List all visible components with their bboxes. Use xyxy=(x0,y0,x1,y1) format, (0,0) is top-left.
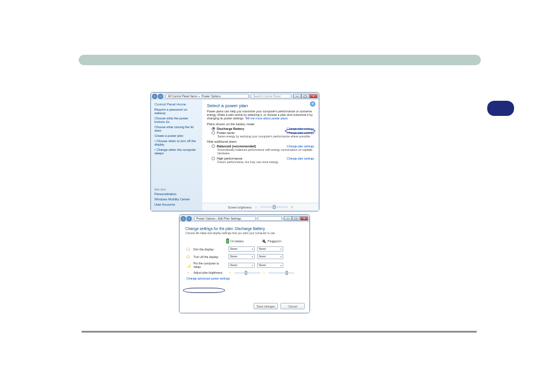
slider-thumb[interactable] xyxy=(286,271,288,275)
intro-link[interactable]: Tell me more about power plans xyxy=(245,116,288,120)
close-button[interactable]: × xyxy=(309,94,318,98)
nav-forward-button[interactable] xyxy=(186,216,192,221)
off-plugged-dropdown[interactable]: Never▾ xyxy=(257,254,283,259)
slider-thumb[interactable] xyxy=(245,271,247,275)
sidebar-link[interactable]: Choose when to turn off the display xyxy=(154,139,199,146)
page-banner xyxy=(79,55,481,65)
plan-desc: Favors performance, but may use more ene… xyxy=(217,161,314,164)
see-also-link[interactable]: Windows Mobility Center xyxy=(154,197,199,201)
setting-row: 🌙 Put the computer to sleep: Never▾ Neve… xyxy=(185,262,304,269)
nav-forward-button[interactable] xyxy=(158,94,163,99)
sleep-icon: 🌙 xyxy=(185,263,191,267)
sidebar-link[interactable]: Change when the computer sleeps xyxy=(154,148,199,155)
hide-plans-label[interactable]: Hide additional plans xyxy=(207,140,314,143)
address-bar[interactable]: All Control Panel Items ▸ Power Options xyxy=(166,94,249,98)
dim-plugged-dropdown[interactable]: Never▾ xyxy=(257,246,283,252)
off-battery-dropdown[interactable]: Never▾ xyxy=(228,254,255,259)
maximize-button[interactable]: ▢ xyxy=(301,94,309,98)
chevron-down-icon: ▾ xyxy=(252,255,253,258)
sun-bright-icon: ☀ xyxy=(290,205,293,209)
plan-radio[interactable] xyxy=(212,157,215,160)
save-button[interactable]: Save changes xyxy=(254,303,278,309)
window-power-options: All Control Panel Items ▸ Power Options … xyxy=(150,92,319,211)
chevron-down-icon: ▾ xyxy=(280,255,281,258)
window-controls: – ▢ × xyxy=(293,94,318,98)
plan-name: Power saver xyxy=(217,131,235,135)
minimize-button[interactable]: – xyxy=(284,216,292,221)
sidebar-link[interactable]: Require a password on wakeup xyxy=(154,108,199,115)
subtitle: Choose the sleep and display settings th… xyxy=(185,232,304,235)
search-input[interactable] xyxy=(258,216,282,221)
page-title: Select a power plan xyxy=(207,103,314,108)
plan-radio[interactable] xyxy=(212,131,215,135)
row-label: Put the computer to sleep: xyxy=(193,262,226,269)
annotation-circle-icon xyxy=(183,288,225,293)
breadcrumb[interactable]: Power Options › Edit Plan Settings xyxy=(196,217,241,220)
plan-desc: Saves energy by reducing your computer's… xyxy=(217,135,314,139)
sidebar: Control Panel Home Require a password on… xyxy=(151,100,202,211)
plan-radio[interactable] xyxy=(212,127,215,130)
sun-icon: ☼ xyxy=(185,271,191,274)
breadcrumb-root[interactable]: All Control Panel Items xyxy=(168,94,198,98)
on-battery-header: On battery xyxy=(226,239,244,243)
main-pane: ? Select a power plan Power plans can he… xyxy=(202,100,319,211)
page-title: Change settings for the plan: Discharge … xyxy=(185,227,304,231)
plan-desc: Automatically balances performance with … xyxy=(217,149,314,155)
brightness-slider[interactable] xyxy=(260,206,288,208)
side-pill xyxy=(487,101,514,116)
row-label: Dim the display: xyxy=(193,248,226,251)
brightness-row: Screen brightness: ☼ ☀ xyxy=(202,203,319,211)
dim-battery-dropdown[interactable]: Never▾ xyxy=(228,246,255,252)
nav-back-button[interactable] xyxy=(152,94,157,99)
sleep-plugged-dropdown[interactable]: Never▾ xyxy=(257,263,283,268)
battery-icon xyxy=(226,239,229,243)
plug-icon: 🔌 xyxy=(261,239,266,243)
plan-radio[interactable] xyxy=(212,144,215,148)
address-bar[interactable]: Power Options › Edit Plan Settings xyxy=(194,216,256,221)
slider-thumb[interactable] xyxy=(273,205,276,209)
breadcrumb-leaf[interactable]: Power Options xyxy=(202,94,221,98)
see-also-link[interactable]: Personalization xyxy=(154,192,199,196)
brightness-row: ☼ Adjust plan brightness: ☼ ☼ xyxy=(185,271,304,274)
sun-dim-icon: ☼ xyxy=(263,271,266,274)
advanced-settings-link[interactable]: Change advanced power settings xyxy=(186,277,304,280)
brightness-plugged-slider[interactable] xyxy=(268,272,294,274)
sleep-battery-dropdown[interactable]: Never▾ xyxy=(228,263,255,268)
titlebar: Power Options › Edit Plan Settings – ▢ × xyxy=(180,215,309,222)
annotation-circle-icon xyxy=(285,129,315,133)
cancel-button[interactable]: Cancel xyxy=(280,303,305,309)
intro-text: Power plans can help you maximize your c… xyxy=(207,110,314,121)
titlebar: All Control Panel Items ▸ Power Options … xyxy=(151,93,319,100)
on-battery-label: On battery xyxy=(230,239,244,243)
change-plan-link[interactable]: Change plan settings xyxy=(287,157,314,160)
minimize-button[interactable]: – xyxy=(293,94,301,98)
sun-dim-icon: ☼ xyxy=(255,206,258,209)
sidebar-link[interactable]: Choose what closing the lid does xyxy=(154,125,199,132)
see-also-label: See also xyxy=(154,188,199,191)
footer-rule xyxy=(82,331,477,333)
plan-name: Discharge Battery xyxy=(217,127,244,130)
column-headers: On battery 🔌 Plugged in xyxy=(226,239,304,243)
chevron-down-icon: ▾ xyxy=(280,248,281,250)
row-label: Adjust plan brightness: xyxy=(193,271,226,274)
maximize-button[interactable]: ▢ xyxy=(292,216,300,221)
sun-dim-icon: ☼ xyxy=(228,271,232,274)
close-button[interactable]: × xyxy=(300,216,308,221)
setting-row: 🖵 Dim the display: Never▾ Never▾ xyxy=(185,246,304,252)
sidebar-link[interactable]: Choose what the power buttons do xyxy=(154,116,199,123)
search-input[interactable]: Search Control Panel xyxy=(251,94,291,98)
sidebar-link[interactable]: Create a power plan xyxy=(154,134,199,137)
chevron-down-icon: ▾ xyxy=(252,264,253,267)
chevron-down-icon: ▾ xyxy=(252,248,253,250)
brightness-battery-slider[interactable] xyxy=(234,272,261,274)
plugged-in-label: Plugged in xyxy=(268,239,281,243)
sidebar-home[interactable]: Control Panel Home xyxy=(154,103,199,106)
display-icon: 🖵 xyxy=(185,248,191,251)
help-icon[interactable]: ? xyxy=(310,101,315,107)
chevron-down-icon: ▾ xyxy=(280,264,281,267)
plans-shown-label: Plans shown on the battery meter xyxy=(207,122,314,126)
row-label: Turn off the display: xyxy=(193,255,226,259)
nav-back-button[interactable] xyxy=(181,216,186,221)
button-row: Save changes Cancel xyxy=(254,303,305,309)
see-also-link[interactable]: User Accounts xyxy=(154,203,199,206)
